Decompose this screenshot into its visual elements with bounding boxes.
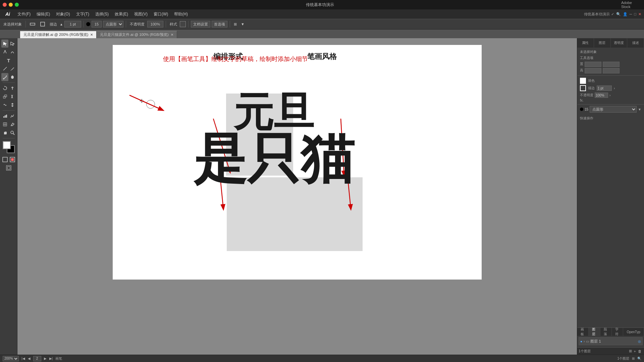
graph-tool-2[interactable] — [9, 112, 16, 120]
close-button[interactable] — [3, 3, 7, 7]
line-tool[interactable] — [1, 65, 8, 73]
menu-file[interactable]: 文件(F) — [15, 11, 33, 18]
menu-help[interactable]: 帮助(H) — [171, 11, 191, 18]
menu-right-area: 传统基本功演示 ✓ 🔍 👤 ─ □ ✕ — [584, 12, 641, 17]
brush-type-select[interactable]: 点圆形 — [103, 21, 123, 27]
page-number-input[interactable] — [33, 356, 41, 361]
fill-swatch[interactable] — [580, 78, 586, 84]
menu-type[interactable]: 文字(T) — [73, 11, 92, 18]
zoom-tool[interactable] — [9, 129, 16, 137]
scale-tool[interactable] — [1, 93, 8, 101]
artboard-grid-icon[interactable]: ⊞ — [629, 349, 632, 353]
layer-visibility-icon[interactable]: ● — [580, 340, 582, 343]
width-input[interactable] — [585, 68, 601, 73]
menu-window[interactable]: 窗口(W) — [151, 11, 171, 18]
eraser-tool[interactable] — [9, 120, 16, 128]
mask-mode-icon[interactable] — [9, 156, 16, 164]
selection-tool[interactable] — [1, 40, 8, 48]
btab-layers[interactable]: 图层 — [589, 328, 600, 336]
prev-page-icon[interactable]: |◀ — [21, 357, 25, 360]
btab-opentype[interactable]: OpenTyp — [623, 328, 644, 336]
zoom-select[interactable]: 200% — [3, 356, 19, 361]
pencil-tool[interactable] — [9, 65, 16, 73]
stroke-swatch[interactable] — [580, 85, 586, 91]
search-icon[interactable]: 🔍 — [616, 12, 621, 16]
doc-setup-button[interactable]: 文档设置 — [191, 21, 210, 27]
layer-expand-icon[interactable]: › — [584, 340, 585, 343]
brush-type-right[interactable]: 点圆形 — [590, 106, 637, 113]
rpanel-tab-desc[interactable]: 描述 — [627, 38, 644, 48]
next-icon[interactable]: ▶ — [44, 357, 47, 360]
preferences-button[interactable]: 首选项 — [212, 21, 227, 27]
hand-tool[interactable] — [1, 129, 8, 137]
tab-main-file[interactable]: 元旦是只猫讲解.ai @ 200% (RGB/预览) ✕ — [20, 31, 97, 38]
menu-effect[interactable]: 效果(E) — [112, 11, 131, 18]
x-position-input[interactable] — [585, 62, 601, 67]
minimize-window-icon[interactable]: ─ — [630, 12, 632, 16]
stroke-value-right[interactable]: 1 pt — [597, 85, 612, 91]
opacity-expand-icon[interactable]: › — [609, 94, 610, 97]
y-position-input[interactable] — [603, 62, 620, 67]
change-screen-mode[interactable] — [1, 164, 16, 172]
btab-character[interactable]: 字符 — [612, 328, 623, 336]
tab-source-file[interactable]: 元旦是只猫源文件.ai @ 100% (RGB/预览) ✕ — [97, 31, 177, 38]
color-selector[interactable] — [3, 141, 15, 153]
prev-icon[interactable]: ◀ — [28, 357, 31, 360]
menu-object[interactable]: 对象(O) — [53, 11, 72, 18]
type-tool[interactable]: T — [1, 56, 16, 64]
canvas-area[interactable]: 编排形式 笔画风格 使用【画笔工具】绘制文字的草稿，绘制时添加小细节 ✛ — [17, 38, 577, 355]
height-input[interactable] — [603, 68, 620, 73]
style-swatch[interactable] — [180, 21, 186, 27]
width-tool[interactable] — [9, 101, 16, 109]
svg-rect-10 — [6, 115, 7, 118]
rpanel-tab-properties[interactable]: 属性 — [577, 38, 594, 48]
warp-tool[interactable] — [1, 101, 8, 109]
layer-lock-icon[interactable]: ◎ — [638, 340, 641, 343]
rotate-tool[interactable] — [1, 84, 8, 92]
user-icon[interactable]: 👤 — [623, 12, 628, 16]
minimize-button[interactable] — [9, 3, 13, 7]
reflect-tool[interactable] — [9, 84, 16, 92]
status-search-icon[interactable]: 🔍 — [637, 357, 641, 360]
resize-window-icon[interactable]: □ — [634, 12, 636, 16]
normal-mode-icon[interactable] — [1, 156, 8, 164]
rpanel-tab-transparency[interactable]: 透明度 — [611, 38, 628, 48]
rpanel-tab-layers[interactable]: 图层 — [594, 38, 611, 48]
top-toolbar: 未选择对象 描边 ▲ 15 点圆形 不透明度 样式 文档设置 首选项 ⊞ ▼ — [0, 19, 644, 29]
add-layer-button[interactable]: + — [634, 349, 636, 353]
btab-paragraph[interactable]: 段落 — [600, 328, 612, 336]
stroke-expand-icon[interactable]: › — [614, 86, 615, 90]
fx-label[interactable]: fx. — [580, 99, 641, 102]
opacity-value-right[interactable] — [595, 93, 608, 98]
paintbrush-tool[interactable] — [1, 73, 8, 81]
maximize-button[interactable] — [15, 3, 19, 7]
brush-size-input[interactable]: 15 — [92, 21, 102, 27]
column-graph-tool[interactable] — [1, 112, 8, 120]
blob-brush-tool[interactable] — [9, 73, 16, 81]
menu-edit[interactable]: 编辑(E) — [34, 11, 53, 18]
tab-main-file-close[interactable]: ✕ — [90, 33, 93, 37]
layer-row-1[interactable]: ● › ▭ 图层 1 ◎ — [579, 337, 643, 345]
slice-tool[interactable] — [1, 120, 8, 128]
svg-rect-18 — [11, 158, 14, 161]
menu-view[interactable]: 视图(V) — [131, 11, 150, 18]
close-window-icon[interactable]: ✕ — [638, 12, 641, 16]
foreground-color-swatch[interactable] — [3, 141, 11, 149]
shear-tool[interactable] — [9, 93, 16, 101]
direct-selection-tool[interactable] — [9, 40, 16, 48]
stroke-value-input[interactable] — [64, 21, 81, 27]
extra-options-icon[interactable]: ▼ — [239, 21, 246, 27]
btab-artboard[interactable]: 画板 — [577, 328, 589, 336]
delete-layer-button[interactable]: 🗑 — [638, 349, 642, 353]
tab-source-file-close[interactable]: ✕ — [171, 33, 173, 37]
status-artboard-icon[interactable]: ⊞ — [632, 357, 635, 360]
curvature-tool[interactable] — [9, 48, 16, 56]
brush-options-icon[interactable]: ▼ — [638, 108, 641, 111]
pen-tool[interactable] — [1, 48, 8, 56]
next-page-icon[interactable]: ▶| — [49, 357, 53, 360]
stroke-arrow-up[interactable]: ▲ — [60, 22, 63, 26]
menu-select[interactable]: 选择(S) — [93, 11, 111, 18]
window-controls[interactable] — [3, 3, 19, 7]
arrange-icon[interactable]: ⊞ — [232, 21, 238, 27]
opacity-input[interactable] — [147, 21, 163, 27]
